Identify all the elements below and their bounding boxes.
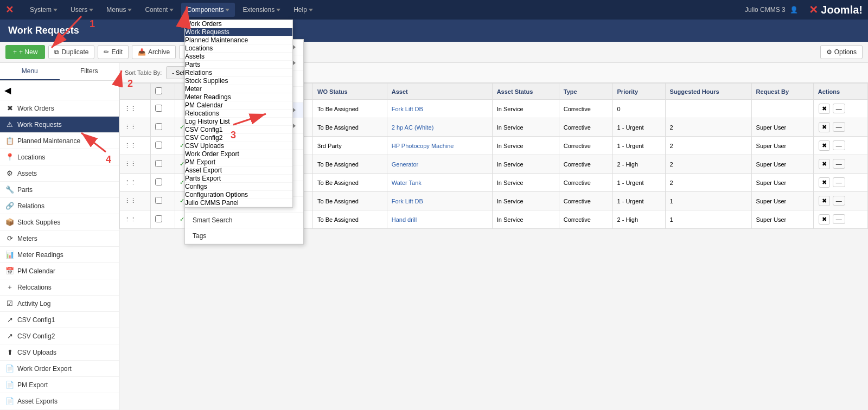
asset-cell[interactable]: Hand drill [387,210,492,229]
chevron-left-icon: ◀ [4,86,11,95]
request-by-cell: Super User [751,137,813,155]
submenu-pm-calendar[interactable]: PM Calendar [185,101,292,110]
submenu-stock-supplies[interactable]: Stock Supplies [185,77,292,85]
asset-cell[interactable]: Generator [387,155,492,174]
menu-smart-search[interactable]: Smart Search [185,213,303,228]
menu-tags[interactable]: Tags [185,228,303,244]
sidebar-item-asset-exports[interactable]: 📄 Asset Exports [0,393,119,409]
submenu-julio-cmms-panel[interactable]: Julio CMMS Panel [185,199,292,207]
sidebar-item-pm-calendar[interactable]: 📅 PM Calendar [0,263,119,279]
sidebar-item-work-orders[interactable]: ✖ Work Orders [0,100,119,117]
edit-row-button[interactable]: ✖ [819,196,830,206]
delete-row-button[interactable]: — [833,122,845,132]
asset-status-cell: In Service [492,174,559,192]
sidebar-item-csv-config1[interactable]: ↗ CSV Config1 [0,312,119,328]
submenu-csv-config2[interactable]: CSV Config2 [185,134,292,142]
tab-menu[interactable]: Menu [0,63,60,80]
submenu-csv-uploads[interactable]: CSV Uploads [185,142,292,150]
sidebar-item-planned-maintenance[interactable]: 📋 Planned Maintenance [0,133,119,149]
sidebar-item-work-order-export[interactable]: 📄 Work Order Export [0,361,119,377]
sidebar-item-csv-uploads[interactable]: ⬆ CSV Uploads [0,344,119,361]
row-checkbox[interactable] [155,123,162,130]
submenu-configuration-options[interactable]: Configuration Options [185,191,292,199]
nav-components[interactable]: Components [181,3,235,17]
delete-row-button[interactable]: — [833,214,845,224]
submenu-assets[interactable]: Assets [185,53,292,61]
asset-cell[interactable]: Water Tank [387,174,492,192]
sidebar-item-locations[interactable]: 📍 Locations [0,149,119,165]
row-checkbox[interactable] [155,160,162,167]
edit-row-button[interactable]: ✖ [819,104,830,114]
edit-row-button[interactable]: ✖ [819,159,830,169]
suggested-hours-cell [665,100,751,118]
archive-button[interactable]: 📥 Archive [132,45,176,59]
sidebar-item-relocations[interactable]: + Relocations [0,279,119,296]
edit-row-button[interactable]: ✖ [819,122,830,132]
sidebar-item-stock-supplies[interactable]: 📦 Stock Supplies [0,214,119,230]
row-checkbox[interactable] [155,197,162,204]
submenu-parts-export[interactable]: Parts Export [185,175,292,183]
wo-status-cell: To Be Assigned [313,210,387,229]
actions-cell: ✖ — [813,137,867,155]
delete-row-button[interactable]: — [833,159,845,169]
delete-row-button[interactable]: — [833,177,845,187]
delete-row-button[interactable]: — [833,104,845,113]
nav-help[interactable]: Help [288,3,318,17]
row-checkbox[interactable] [155,178,162,185]
delete-row-button[interactable]: — [833,140,845,150]
submenu-relations[interactable]: Relations [185,69,292,77]
sidebar-item-pm-export[interactable]: 📄 PM Export [0,377,119,393]
request-by-cell: Super User [751,155,813,174]
sidebar-item-meter-readings[interactable]: 📊 Meter Readings [0,247,119,263]
sidebar-item-parts[interactable]: 🔧 Parts [0,182,119,198]
submenu-asset-export[interactable]: Asset Export [185,166,292,175]
submenu-log-history-list[interactable]: Log History List [185,118,292,126]
row-checkbox[interactable] [155,142,162,149]
sidebar-item-work-requests[interactable]: ⚠ Work Requests [0,117,119,133]
row-checkbox[interactable] [155,215,162,222]
col-asset-status: Asset Status [492,84,559,100]
duplicate-button[interactable]: ⧉ Duplicate [48,45,94,59]
asset-cell[interactable]: Fork Lift DB [387,100,492,118]
asset-cell[interactable]: HP Photocopy Machine [387,137,492,155]
edit-row-button[interactable]: ✖ [819,214,830,225]
nav-content[interactable]: Content [139,3,179,17]
nav-menus[interactable]: Menus [101,3,137,17]
submenu-csv-config1[interactable]: CSV Config1 [185,126,292,134]
sidebar-item-meters[interactable]: ⟳ Meters [0,230,119,247]
submenu-parts[interactable]: Parts [185,61,292,69]
submenu-locations[interactable]: Locations [185,44,292,53]
submenu-work-requests[interactable]: Work Requests [185,28,292,36]
edit-button[interactable]: ✏ Edit [98,45,129,59]
select-all-checkbox[interactable] [155,87,162,94]
nav-users[interactable]: Users [65,3,99,17]
new-button[interactable]: + + New [5,45,45,59]
col-suggested-hours: Suggested Hours [665,84,751,100]
nav-extensions[interactable]: Extensions [237,3,286,17]
menus-arrow-icon [127,9,132,11]
submenu-configs[interactable]: Configs [185,183,292,191]
delete-row-button[interactable]: — [833,196,845,206]
row-checkbox[interactable] [155,105,162,112]
sidebar-item-relations[interactable]: 🔗 Relations [0,198,119,214]
csv-config1-icon: ↗ [5,316,14,324]
submenu-relocations[interactable]: Relocations [185,110,292,118]
asset-cell[interactable]: 2 hp AC (White) [387,118,492,137]
sidebar-item-assets[interactable]: ⚙ Assets [0,165,119,182]
tab-filters[interactable]: Filters [60,63,119,80]
submenu-work-orders[interactable]: Work Orders [185,20,292,28]
submenu-work-order-export[interactable]: Work Order Export [185,150,292,158]
submenu-pm-export[interactable]: PM Export [185,158,292,166]
submenu-meter-readings[interactable]: Meter Readings [185,93,292,101]
asset-cell[interactable]: Fork Lift DB [387,192,492,210]
options-button[interactable]: ⚙ Options [820,45,863,59]
sidebar-item-csv-config2[interactable]: ↗ CSV Config2 [0,328,119,344]
sidebar-item-activity-log[interactable]: ☑ Activity Log [0,296,119,312]
submenu-planned-maintenance[interactable]: Planned Maintenance [185,36,292,44]
users-arrow-icon [89,9,93,11]
edit-icon: ✏ [104,48,109,56]
nav-system[interactable]: System [24,3,63,17]
edit-row-button[interactable]: ✖ [819,177,830,188]
edit-row-button[interactable]: ✖ [819,140,830,151]
submenu-meter[interactable]: Meter [185,85,292,93]
